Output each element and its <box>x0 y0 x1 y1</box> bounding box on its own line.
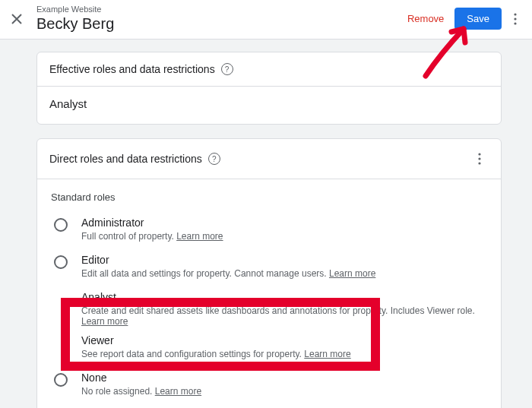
header-subtitle: Example Website <box>36 5 114 14</box>
more-icon[interactable] <box>470 150 489 168</box>
radio-administrator[interactable] <box>54 218 68 232</box>
help-icon[interactable]: ? <box>208 153 220 165</box>
direct-roles-card: Direct roles and data restrictions ? Sta… <box>36 138 502 408</box>
role-desc: Edit all data and settings for property.… <box>81 268 375 279</box>
role-desc: See report data and configuration settin… <box>81 349 351 359</box>
header-titles: Example Website Becky Berg <box>36 5 114 33</box>
radio-none[interactable] <box>54 373 68 387</box>
svg-point-5 <box>478 163 480 165</box>
svg-point-3 <box>478 153 480 156</box>
role-name: Administrator <box>81 217 223 229</box>
standard-roles-label: Standard roles <box>51 191 489 203</box>
role-desc: Create and edit shared assets like dashb… <box>81 305 475 327</box>
role-name: Viewer <box>81 334 351 346</box>
learn-more-link[interactable]: Learn more <box>155 386 201 397</box>
page-body: Effective roles and data restrictions ? … <box>0 40 532 408</box>
save-button[interactable]: Save <box>454 8 502 30</box>
direct-roles-title: Direct roles and data restrictions <box>49 153 202 165</box>
role-name: Analyst <box>81 291 475 303</box>
role-row-administrator: Administrator Full control of property. … <box>49 213 489 251</box>
role-name: None <box>81 372 201 384</box>
learn-more-link[interactable]: Learn more <box>176 231 223 242</box>
radio-editor[interactable] <box>54 255 68 269</box>
learn-more-link[interactable]: Learn more <box>329 268 375 279</box>
effective-role-value: Analyst <box>49 87 489 110</box>
svg-point-0 <box>514 13 516 15</box>
header-title: Becky Berg <box>36 14 114 33</box>
help-icon[interactable]: ? <box>221 63 233 75</box>
learn-more-link[interactable]: Learn more <box>304 349 350 359</box>
direct-roles-body: Standard roles Administrator Full contro… <box>37 179 501 408</box>
close-icon[interactable] <box>8 10 26 28</box>
role-row-none: None No role assigned. Learn more <box>49 368 489 406</box>
role-row-editor: Editor Edit all data and settings for pr… <box>49 251 489 288</box>
effective-roles-card: Effective roles and data restrictions ? … <box>36 52 502 125</box>
svg-point-2 <box>514 22 516 24</box>
effective-roles-header: Effective roles and data restrictions ? <box>37 52 501 86</box>
svg-point-1 <box>514 17 516 20</box>
role-name: Editor <box>81 254 375 266</box>
role-row-viewer: Viewer See report data and configuration… <box>49 331 489 368</box>
role-row-analyst: Analyst Create and edit shared assets li… <box>49 288 489 331</box>
remove-button[interactable]: Remove <box>400 8 451 29</box>
direct-roles-header: Direct roles and data restrictions ? <box>37 139 501 179</box>
svg-point-4 <box>478 158 480 160</box>
effective-roles-body: Analyst <box>37 86 501 124</box>
header-bar: Example Website Becky Berg Remove Save <box>0 0 532 40</box>
role-desc: No role assigned. Learn more <box>81 386 201 397</box>
effective-roles-title: Effective roles and data restrictions <box>49 63 215 75</box>
role-desc: Full control of property. Learn more <box>81 231 223 242</box>
learn-more-link[interactable]: Learn more <box>81 316 128 327</box>
more-icon[interactable] <box>506 10 524 28</box>
